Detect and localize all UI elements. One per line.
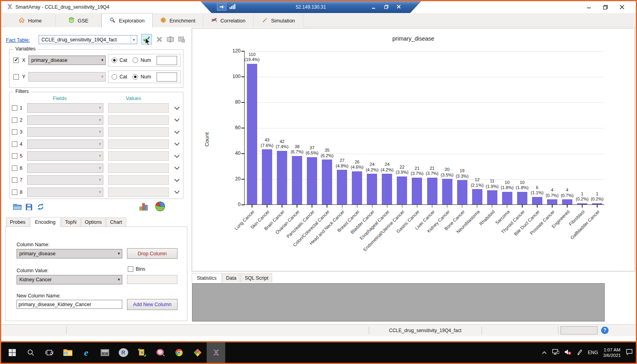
file-explorer-button[interactable] — [58, 342, 77, 363]
filter-3-field-select[interactable] — [27, 127, 103, 137]
filter-2-checkbox[interactable] — [12, 117, 17, 123]
open-button[interactable] — [12, 202, 22, 211]
pen-icon[interactable] — [577, 349, 583, 357]
fact-table-link[interactable]: Fact Table: — [6, 37, 30, 43]
y-variable-select[interactable] — [28, 72, 106, 82]
drop-column-button[interactable]: Drop Column — [127, 248, 177, 259]
tab-statistics[interactable]: Statistics — [192, 273, 222, 283]
save-table-button[interactable] — [176, 34, 187, 45]
subtab-chart[interactable]: Chart — [106, 217, 126, 227]
filter-1-value-input[interactable] — [108, 103, 169, 113]
filter-4-value-input[interactable] — [108, 139, 169, 149]
new-column-name-input[interactable] — [17, 300, 122, 309]
x-variable-checkbox[interactable] — [13, 58, 19, 63]
filter-4-checkbox[interactable] — [12, 141, 17, 147]
filter-2-field-select[interactable] — [27, 115, 103, 125]
filter-7-checkbox[interactable] — [12, 177, 17, 183]
filter-8-field-select[interactable] — [27, 188, 103, 197]
tab-simulation[interactable]: Simulation — [254, 14, 303, 27]
clock[interactable]: 1:07 AM 3/6/2021 — [603, 347, 621, 358]
smartarray-app-button[interactable] — [207, 342, 225, 363]
bar-chart-button[interactable] — [138, 201, 149, 212]
filter-7-expand-button[interactable] — [173, 176, 181, 184]
filter-5-field-select[interactable] — [27, 151, 103, 161]
filter-6-checkbox[interactable] — [12, 165, 17, 171]
x-num-input[interactable] — [157, 56, 177, 65]
filter-1-expand-button[interactable] — [173, 104, 181, 111]
rename-table-button[interactable] — [165, 34, 176, 45]
filter-5-checkbox[interactable] — [12, 153, 17, 159]
filter-3-checkbox[interactable] — [12, 129, 17, 135]
action-center-icon[interactable] — [626, 349, 633, 357]
filter-1-checkbox[interactable] — [12, 105, 17, 111]
subtab-probes[interactable]: Probes — [6, 217, 30, 227]
rdp-close-button[interactable] — [395, 3, 402, 10]
dish-app-button[interactable] — [151, 342, 170, 363]
filter-7-field-select[interactable] — [27, 175, 103, 185]
volume-muted-icon[interactable] — [564, 349, 572, 357]
subtab-options[interactable]: Options — [81, 217, 106, 227]
minimize-button[interactable] — [581, 2, 597, 12]
tab-gse[interactable]: GSE — [56, 14, 101, 27]
pie-chart-button[interactable] — [154, 201, 166, 212]
help-icon[interactable] — [601, 327, 609, 334]
save-button[interactable] — [24, 202, 34, 211]
filter-3-value-input[interactable] — [108, 127, 169, 137]
refresh-button[interactable] — [36, 202, 45, 212]
task-view-button[interactable] — [40, 342, 58, 363]
filter-1-field-select[interactable] — [27, 103, 103, 113]
y-variable-checkbox[interactable] — [13, 74, 19, 80]
bins-checkbox[interactable] — [128, 266, 133, 272]
internet-explorer-button[interactable]: e — [77, 342, 95, 363]
filter-2-value-input[interactable] — [108, 115, 169, 125]
filter-7-value-input[interactable] — [108, 175, 169, 185]
chrome-button[interactable] — [170, 342, 188, 363]
x-variable-select[interactable]: primary_disease — [28, 56, 106, 65]
r-app-button[interactable]: R — [114, 342, 133, 363]
tab-data[interactable]: Data — [222, 273, 240, 282]
filter-6-field-select[interactable] — [27, 163, 103, 173]
taskbar-search-button[interactable] — [21, 342, 40, 363]
filter-5-expand-button[interactable] — [173, 152, 181, 160]
tab-enrichment[interactable]: Enrichment — [153, 14, 203, 27]
fact-table-dropdown-arrow-icon[interactable]: ▾ — [131, 35, 137, 44]
x-num-radio[interactable] — [133, 58, 138, 63]
filter-4-expand-button[interactable] — [173, 141, 181, 148]
subtab-encoding[interactable]: Encoding — [30, 217, 61, 227]
y-cat-radio[interactable] — [112, 74, 117, 80]
filter-8-checkbox[interactable] — [12, 189, 17, 195]
filter-6-value-input[interactable] — [108, 163, 169, 173]
rdp-minimize-button[interactable] — [370, 3, 377, 10]
filter-6-expand-button[interactable] — [173, 165, 181, 172]
add-new-column-button[interactable]: Add New Column — [127, 299, 177, 310]
delete-fact-table-button[interactable] — [154, 34, 164, 45]
tab-exploration[interactable]: Exploration — [101, 13, 153, 28]
close-button[interactable] — [614, 2, 630, 12]
filter-3-expand-button[interactable] — [173, 128, 181, 136]
tab-correlation[interactable]: Correlation — [203, 14, 254, 27]
y-num-radio[interactable] — [133, 74, 138, 80]
filter-2-expand-button[interactable] — [173, 117, 181, 124]
x-cat-radio[interactable] — [112, 58, 117, 63]
maximize-button[interactable] — [597, 2, 614, 12]
tab-home[interactable]: Home — [5, 14, 56, 27]
bins-input[interactable] — [127, 275, 177, 284]
network-icon[interactable] — [552, 349, 559, 356]
system-app-button[interactable] — [95, 342, 114, 363]
language-indicator[interactable]: ENG — [588, 350, 598, 355]
column-name-select[interactable]: primary_disease — [17, 249, 122, 258]
filter-4-field-select[interactable] — [27, 139, 103, 149]
filter-5-value-input[interactable] — [108, 151, 169, 161]
y-num-input[interactable] — [157, 72, 177, 82]
column-value-select[interactable]: Kidney Cancer — [17, 275, 122, 284]
snip-app-button[interactable] — [133, 342, 151, 363]
filter-8-expand-button[interactable] — [173, 189, 181, 196]
subtab-topn[interactable]: TopN — [61, 217, 80, 227]
rdp-restore-button[interactable] — [383, 3, 390, 10]
filter-8-value-input[interactable] — [108, 188, 169, 197]
diamond-app-button[interactable] — [188, 342, 207, 363]
start-button[interactable] — [3, 342, 21, 363]
tray-expand-icon[interactable] — [542, 349, 547, 356]
fact-table-select[interactable]: CCLE_drug_sensitivity_19Q4_fact ▾ — [39, 35, 137, 44]
tab-sql-script[interactable]: SQL Script — [241, 273, 272, 282]
